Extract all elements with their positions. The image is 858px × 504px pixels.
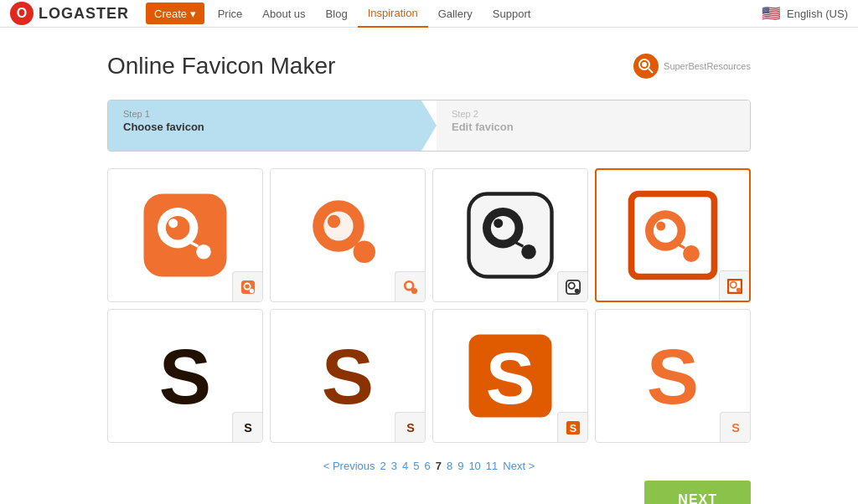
svg-text:S: S xyxy=(244,421,252,435)
favicon-thumb-1 xyxy=(240,280,256,295)
page-current: 7 xyxy=(436,460,442,472)
favicon-card-1[interactable] xyxy=(107,168,263,302)
page-6[interactable]: 6 xyxy=(424,460,430,472)
steps-bar: Step 1 Choose favicon Step 2 Edit favico… xyxy=(107,100,751,152)
svg-point-23 xyxy=(491,216,515,240)
page-2[interactable]: 2 xyxy=(380,460,386,472)
svg-point-24 xyxy=(494,219,503,228)
nav-links: Create ▾ Price About us Blog Inspiration… xyxy=(146,0,762,28)
nav-create[interactable]: Create ▾ xyxy=(146,3,204,24)
page-title: Online Favicon Maker xyxy=(107,53,335,80)
nav-gallery[interactable]: Gallery xyxy=(428,0,483,28)
favicon-card-4[interactable] xyxy=(595,168,751,302)
partner-logo: SuperBestResources xyxy=(633,54,751,79)
svg-line-2 xyxy=(649,69,653,73)
favicon-thumb-3 xyxy=(566,280,581,295)
favicon-thumb-7: S xyxy=(566,420,581,435)
prev-link[interactable]: < Previous xyxy=(323,460,375,472)
nav-right: 🇺🇸 English (US) xyxy=(762,4,848,23)
favicon-svg-3 xyxy=(464,189,556,281)
logo-icon: O xyxy=(10,2,34,25)
svg-point-14 xyxy=(323,211,353,240)
next-link[interactable]: Next > xyxy=(503,460,535,472)
flag-icon: 🇺🇸 xyxy=(762,4,780,23)
main-content: Online Favicon Maker SuperBestResources … xyxy=(94,28,764,504)
step-2-label: Step 2 xyxy=(452,109,735,119)
favicon-corner-1 xyxy=(232,271,262,301)
svg-point-7 xyxy=(196,244,211,260)
svg-point-25 xyxy=(521,244,536,260)
svg-point-39 xyxy=(731,282,735,286)
favicon-thumb-4 xyxy=(727,279,742,294)
favicon-svg-6: S xyxy=(302,330,394,422)
svg-text:S: S xyxy=(731,421,740,435)
svg-text:S: S xyxy=(569,422,576,434)
nav-inspiration[interactable]: Inspiration xyxy=(358,0,428,28)
nav-about[interactable]: About us xyxy=(252,0,315,28)
svg-point-1 xyxy=(642,62,647,67)
favicon-svg-5: S xyxy=(139,330,231,422)
svg-point-34 xyxy=(656,222,665,231)
favicon-svg-1 xyxy=(139,189,231,281)
page-10[interactable]: 10 xyxy=(468,460,480,472)
favicon-svg-8: S xyxy=(627,330,719,422)
page-3[interactable]: 3 xyxy=(391,460,397,472)
step-1-name: Choose favicon xyxy=(123,121,406,133)
page-4[interactable]: 4 xyxy=(402,460,408,472)
favicon-card-6[interactable]: S S xyxy=(270,309,426,443)
svg-point-33 xyxy=(654,219,678,243)
favicon-svg-4 xyxy=(627,189,719,281)
language-label[interactable]: English (US) xyxy=(787,8,848,20)
svg-point-12 xyxy=(249,288,253,292)
favicon-corner-3 xyxy=(557,271,587,301)
step-2[interactable]: Step 2 Edit favicon xyxy=(437,100,750,151)
svg-point-19 xyxy=(406,282,411,288)
step-1[interactable]: Step 1 Choose favicon xyxy=(108,100,421,151)
favicon-corner-8: S xyxy=(720,412,750,442)
favicon-grid: S S S S S xyxy=(107,168,751,443)
logo-text: LOGASTER xyxy=(39,5,129,23)
nav-support[interactable]: Support xyxy=(483,0,541,28)
favicon-corner-7: S xyxy=(557,412,587,442)
page-11[interactable]: 11 xyxy=(486,460,498,472)
partner-name: SuperBestResources xyxy=(664,61,751,71)
svg-point-6 xyxy=(168,219,178,228)
svg-point-30 xyxy=(574,288,578,292)
svg-text:S: S xyxy=(159,332,211,420)
svg-text:S: S xyxy=(322,332,374,420)
favicon-corner-5: S xyxy=(232,412,262,442)
next-button[interactable]: NEXT xyxy=(644,481,751,504)
page-9[interactable]: 9 xyxy=(457,460,463,472)
partner-icon xyxy=(633,54,659,79)
favicon-card-8[interactable]: S S xyxy=(595,309,751,443)
navbar: O LOGASTER Create ▾ Price About us Blog … xyxy=(0,0,858,28)
favicon-card-3[interactable] xyxy=(432,168,588,302)
svg-point-29 xyxy=(569,283,573,287)
favicon-card-2[interactable] xyxy=(270,168,426,302)
page-title-row: Online Favicon Maker SuperBestResources xyxy=(107,53,751,80)
favicon-corner-6: S xyxy=(395,412,425,442)
svg-point-35 xyxy=(683,245,700,262)
favicon-thumb-8: S xyxy=(728,420,743,435)
logo[interactable]: O LOGASTER xyxy=(10,2,129,25)
page-5[interactable]: 5 xyxy=(413,460,419,472)
pagination: < Previous 2 3 4 5 6 7 8 9 10 11 Next > xyxy=(107,460,751,472)
svg-point-5 xyxy=(166,216,190,240)
logo-icon-letter: O xyxy=(17,7,27,20)
svg-text:S: S xyxy=(406,421,415,435)
svg-point-11 xyxy=(245,284,249,288)
nav-blog[interactable]: Blog xyxy=(316,0,358,28)
nav-price[interactable]: Price xyxy=(208,0,253,28)
bottom-bar: NEXT xyxy=(107,481,751,504)
page-8[interactable]: 8 xyxy=(447,460,452,472)
step-1-label: Step 1 xyxy=(123,109,406,119)
favicon-card-7[interactable]: S S xyxy=(432,309,588,443)
svg-point-20 xyxy=(411,287,416,293)
svg-point-15 xyxy=(328,215,340,228)
step-2-name: Edit favicon xyxy=(452,121,735,133)
favicon-card-5[interactable]: S S xyxy=(107,309,263,443)
favicon-svg-7: S xyxy=(464,330,556,422)
favicon-thumb-5: S xyxy=(240,420,256,435)
favicon-svg-2 xyxy=(302,189,394,281)
favicon-thumb-2 xyxy=(403,280,418,295)
